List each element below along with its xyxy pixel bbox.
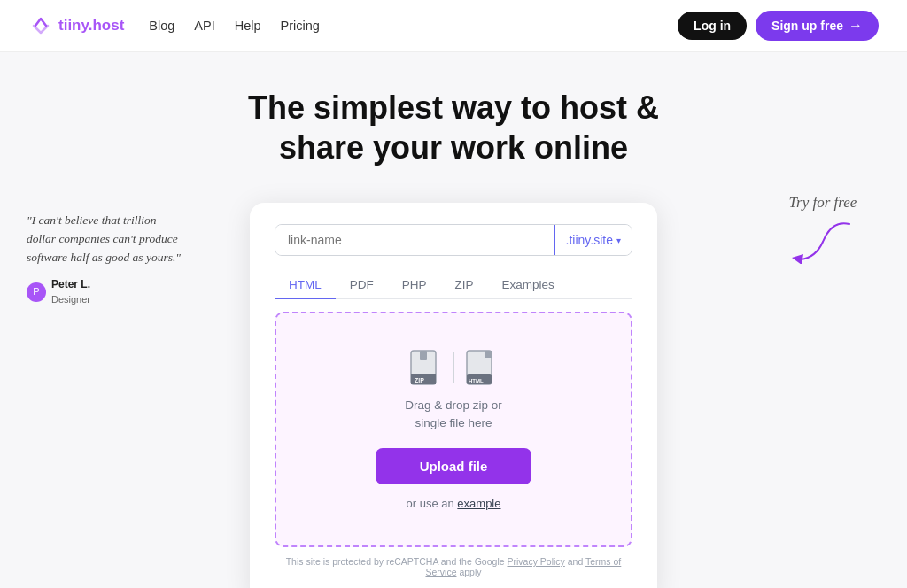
tab-examples[interactable]: Examples <box>488 272 569 299</box>
and-text: and <box>568 556 584 567</box>
hero-section: The simplest way to host & share your wo… <box>0 52 907 185</box>
testimonial: "I can't believe that trillion dollar co… <box>27 212 182 307</box>
nav-pricing[interactable]: Pricing <box>281 19 320 33</box>
link-name-input[interactable] <box>275 225 554 255</box>
drop-text: Drag & drop zip or single file here <box>294 397 613 433</box>
privacy-link[interactable]: Privacy Policy <box>507 556 564 567</box>
svg-text:ZIP: ZIP <box>415 377 424 383</box>
icon-divider <box>454 352 454 383</box>
nav-right: Log in Sign up free → <box>678 11 879 41</box>
svg-text:HTML: HTML <box>469 378 484 383</box>
upload-card: .tiiny.site ▾ HTML PDF PHP ZIP Examples … <box>250 203 657 588</box>
headline-line2: share your work online <box>279 129 628 166</box>
tab-zip[interactable]: ZIP <box>441 272 488 299</box>
recaptcha-note: This site is protected by reCAPTCHA and … <box>275 556 632 577</box>
hero-headline: The simplest way to host & share your wo… <box>18 88 889 167</box>
logo-text: tiiny.host <box>58 17 124 35</box>
curved-arrow-icon <box>787 215 858 264</box>
author-info: Peter L. Designer <box>51 276 90 308</box>
apply-text: apply <box>459 567 481 577</box>
drop-icons: ZIP HTML <box>294 349 613 386</box>
html-icon: HTML <box>463 349 500 386</box>
logo-icon <box>28 13 53 38</box>
signup-button[interactable]: Sign up free → <box>756 11 879 41</box>
try-free-label: Try for free <box>787 194 858 212</box>
login-button[interactable]: Log in <box>678 12 747 40</box>
nav-blog[interactable]: Blog <box>149 19 174 33</box>
headline-line1: The simplest way to host & <box>248 89 659 126</box>
author-role: Designer <box>51 292 90 307</box>
svg-rect-5 <box>485 351 492 358</box>
example-link[interactable]: example <box>457 497 500 510</box>
testimonial-author: P Peter L. Designer <box>27 276 182 308</box>
main-area: "I can't believe that trillion dollar co… <box>0 185 907 588</box>
nav-links: Blog API Help Pricing <box>149 18 320 34</box>
tab-html[interactable]: HTML <box>275 272 336 299</box>
signup-label: Sign up free <box>771 19 843 33</box>
nav-api[interactable]: API <box>194 19 214 33</box>
or-example: or use an example <box>294 497 613 510</box>
arrow-icon: → <box>849 18 863 34</box>
drop-zone[interactable]: ZIP HTML Drag & drop zip or single file … <box>275 312 632 548</box>
navbar: tiiny.host Blog API Help Pricing Log in … <box>0 0 907 52</box>
tab-php[interactable]: PHP <box>388 272 441 299</box>
nav-help[interactable]: Help <box>235 19 261 33</box>
try-free-callout: Try for free <box>787 194 858 267</box>
upload-button[interactable]: Upload file <box>376 448 532 484</box>
domain-selector[interactable]: .tiiny.site ▾ <box>554 225 632 255</box>
recaptcha-text: This site is protected by reCAPTCHA and … <box>286 556 505 567</box>
zip-icon: ZIP <box>407 349 445 386</box>
try-free-arrow <box>787 215 858 267</box>
or-text: or use an <box>407 497 454 510</box>
url-bar: .tiiny.site ▾ <box>275 224 632 256</box>
tab-pdf[interactable]: PDF <box>336 272 388 299</box>
author-name: Peter L. <box>51 276 90 293</box>
svg-marker-8 <box>792 254 803 264</box>
avatar: P <box>27 282 46 302</box>
chevron-down-icon: ▾ <box>616 236 621 245</box>
testimonial-quote: "I can't believe that trillion dollar co… <box>27 212 182 267</box>
domain-label: .tiiny.site <box>566 233 613 247</box>
nav-left: tiiny.host Blog API Help Pricing <box>28 13 320 38</box>
file-type-tabs: HTML PDF PHP ZIP Examples <box>275 272 632 299</box>
svg-rect-1 <box>420 351 427 360</box>
logo[interactable]: tiiny.host <box>28 13 124 38</box>
